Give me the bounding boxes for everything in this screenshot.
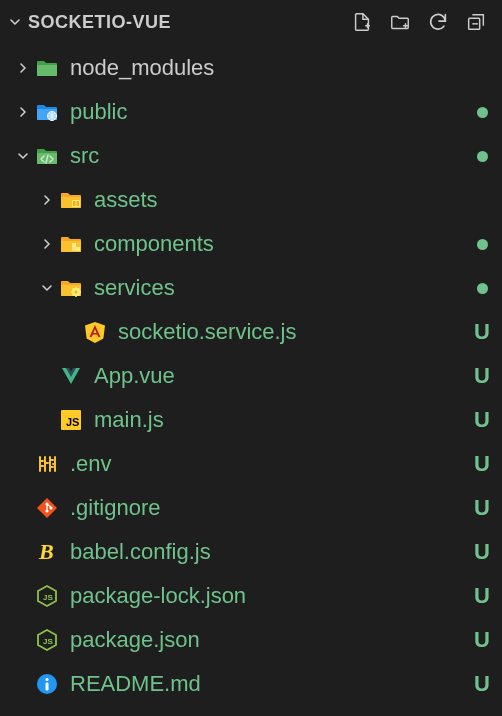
- tree-item-label: assets: [94, 187, 462, 213]
- explorer-header: SOCKETIO-VUE: [0, 0, 502, 44]
- file-row-main-js[interactable]: main.jsU: [0, 398, 502, 442]
- folder-row-services[interactable]: services: [0, 266, 502, 310]
- git-untracked-badge: U: [462, 407, 502, 433]
- env-icon: [34, 451, 60, 477]
- file-row-package-lock-json[interactable]: package-lock.jsonU: [0, 574, 502, 618]
- folder-svc-icon: [58, 275, 84, 301]
- folder-green-icon: [34, 55, 60, 81]
- chevron-right-icon[interactable]: [12, 60, 34, 76]
- file-row-package-json[interactable]: package.jsonU: [0, 618, 502, 662]
- folder-row-src[interactable]: src: [0, 134, 502, 178]
- tree-item-label: src: [70, 143, 462, 169]
- file-row--env[interactable]: .envU: [0, 442, 502, 486]
- tree-item-label: README.md: [70, 671, 462, 697]
- folder-comp-icon: [58, 231, 84, 257]
- tree-item-label: .env: [70, 451, 462, 477]
- chevron-down-icon[interactable]: [12, 148, 34, 164]
- babel-icon: [34, 539, 60, 565]
- git-untracked-badge: U: [462, 539, 502, 565]
- git-untracked-badge: U: [462, 495, 502, 521]
- tree-item-label: main.js: [94, 407, 462, 433]
- file-row-socketio-service-js[interactable]: socketio.service.jsU: [0, 310, 502, 354]
- git-untracked-badge: U: [462, 627, 502, 653]
- info-icon: [34, 671, 60, 697]
- git-modified-dot: [462, 239, 502, 250]
- new-folder-icon[interactable]: [388, 10, 412, 34]
- tree-item-label: components: [94, 231, 462, 257]
- node-icon: [34, 583, 60, 609]
- chevron-right-icon[interactable]: [12, 104, 34, 120]
- folder-assets-icon: [58, 187, 84, 213]
- git-icon: [34, 495, 60, 521]
- chevron-right-icon[interactable]: [36, 192, 58, 208]
- angular-icon: [82, 319, 108, 345]
- git-untracked-badge: U: [462, 671, 502, 697]
- tree-item-label: App.vue: [94, 363, 462, 389]
- folder-public-icon: [34, 99, 60, 125]
- tree-item-label: socketio.service.js: [118, 319, 462, 345]
- js-icon: [58, 407, 84, 433]
- git-untracked-badge: U: [462, 363, 502, 389]
- git-modified-dot: [462, 151, 502, 162]
- vue-icon: [58, 363, 84, 389]
- folder-src-icon: [34, 143, 60, 169]
- tree-item-label: babel.config.js: [70, 539, 462, 565]
- git-modified-dot: [462, 283, 502, 294]
- tree-item-label: package.json: [70, 627, 462, 653]
- refresh-icon[interactable]: [426, 10, 450, 34]
- header-actions: [350, 10, 494, 34]
- node-icon: [34, 627, 60, 653]
- git-untracked-badge: U: [462, 319, 502, 345]
- tree-item-label: .gitignore: [70, 495, 462, 521]
- tree-item-label: public: [70, 99, 462, 125]
- git-modified-dot: [462, 107, 502, 118]
- file-row-babel-config-js[interactable]: babel.config.jsU: [0, 530, 502, 574]
- chevron-down-icon[interactable]: [4, 14, 26, 30]
- git-untracked-badge: U: [462, 451, 502, 477]
- collapse-all-icon[interactable]: [464, 10, 488, 34]
- file-row-readme-md[interactable]: README.mdU: [0, 662, 502, 706]
- chevron-down-icon[interactable]: [36, 280, 58, 296]
- git-untracked-badge: U: [462, 583, 502, 609]
- folder-row-assets[interactable]: assets: [0, 178, 502, 222]
- folder-row-public[interactable]: public: [0, 90, 502, 134]
- chevron-right-icon[interactable]: [36, 236, 58, 252]
- tree-item-label: node_modules: [70, 55, 462, 81]
- tree-item-label: services: [94, 275, 462, 301]
- file-row--gitignore[interactable]: .gitignoreU: [0, 486, 502, 530]
- folder-row-components[interactable]: components: [0, 222, 502, 266]
- project-title: SOCKETIO-VUE: [28, 12, 171, 33]
- tree-item-label: package-lock.json: [70, 583, 462, 609]
- file-row-app-vue[interactable]: App.vueU: [0, 354, 502, 398]
- file-tree: node_modulespublicsrcassetscomponentsser…: [0, 44, 502, 706]
- new-file-icon[interactable]: [350, 10, 374, 34]
- folder-row-node-modules[interactable]: node_modules: [0, 46, 502, 90]
